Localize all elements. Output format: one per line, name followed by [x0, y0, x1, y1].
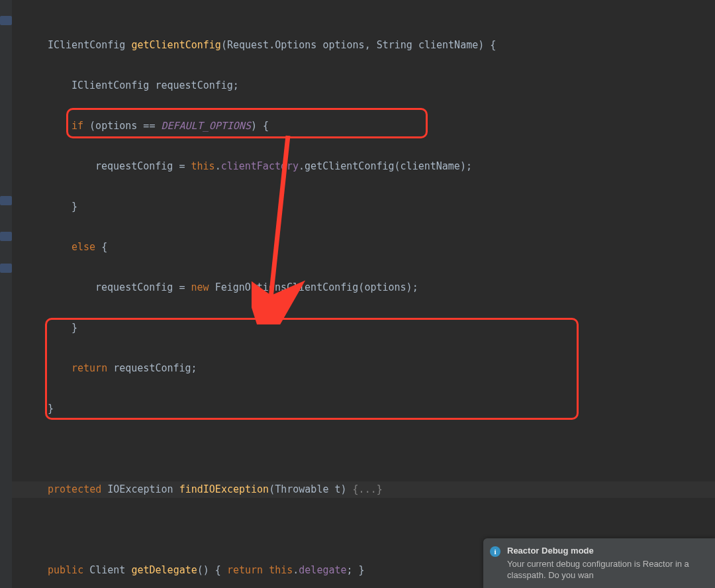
gutter: [0, 0, 12, 588]
toast-title: Reactor Debug mode: [507, 545, 706, 557]
info-icon: i: [490, 546, 501, 557]
toast-body: Your current debug configuration is Reac…: [507, 558, 706, 581]
notification-toast[interactable]: i Reactor Debug mode Your current debug …: [483, 538, 715, 588]
code-editor[interactable]: IClientConfig getClientConfig(Request.Op…: [0, 0, 715, 588]
code-area[interactable]: IClientConfig getClientConfig(Request.Op…: [12, 0, 715, 588]
